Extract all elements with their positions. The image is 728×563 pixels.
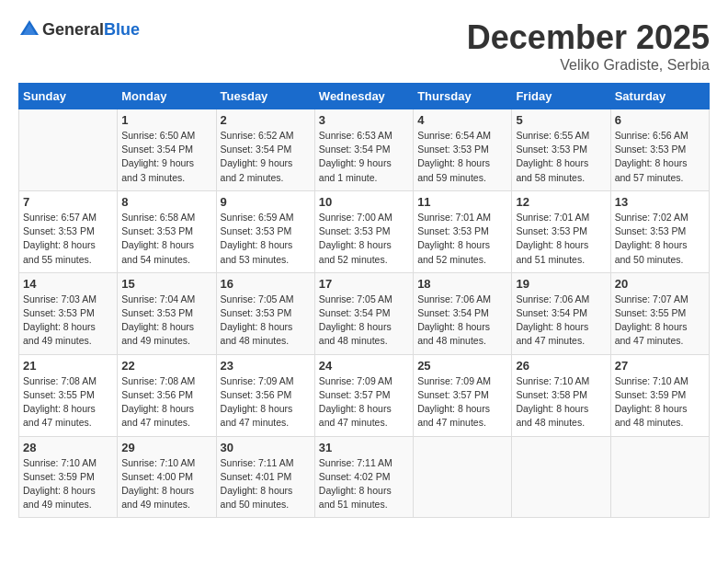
day-info: Sunrise: 7:11 AM Sunset: 4:02 PM Dayligh… [319,456,409,512]
day-info: Sunrise: 6:50 AM Sunset: 3:54 PM Dayligh… [121,129,211,185]
weekday-header: Wednesday [314,84,413,109]
calendar-table: SundayMondayTuesdayWednesdayThursdayFrid… [18,83,710,518]
logo: GeneralBlue [18,18,140,40]
day-info: Sunrise: 7:04 AM Sunset: 3:53 PM Dayligh… [121,293,211,349]
calendar-cell: 8Sunrise: 6:58 AM Sunset: 3:53 PM Daylig… [118,190,216,272]
logo-icon [18,18,40,40]
calendar-cell: 24Sunrise: 7:09 AM Sunset: 3:57 PM Dayli… [314,354,413,436]
day-info: Sunrise: 7:09 AM Sunset: 3:56 PM Dayligh… [221,374,311,431]
weekday-header: Tuesday [216,84,314,109]
day-number: 22 [121,359,211,373]
calendar-cell: 14Sunrise: 7:03 AM Sunset: 3:53 PM Dayli… [19,272,118,354]
calendar-cell: 20Sunrise: 7:07 AM Sunset: 3:55 PM Dayli… [610,272,709,354]
day-number: 28 [23,441,113,454]
day-number: 7 [23,195,113,209]
day-info: Sunrise: 7:05 AM Sunset: 3:53 PM Dayligh… [221,293,311,349]
day-number: 27 [615,359,705,373]
calendar-cell: 22Sunrise: 7:08 AM Sunset: 3:56 PM Dayli… [118,354,216,436]
day-info: Sunrise: 7:10 AM Sunset: 3:58 PM Dayligh… [516,374,606,431]
calendar-cell: 17Sunrise: 7:05 AM Sunset: 3:54 PM Dayli… [314,272,413,354]
calendar-cell: 29Sunrise: 7:10 AM Sunset: 4:00 PM Dayli… [118,436,216,518]
day-info: Sunrise: 7:06 AM Sunset: 3:54 PM Dayligh… [417,293,507,349]
calendar-week-row: 21Sunrise: 7:08 AM Sunset: 3:55 PM Dayli… [19,354,710,436]
day-info: Sunrise: 6:59 AM Sunset: 3:53 PM Dayligh… [221,211,311,267]
calendar-cell: 4Sunrise: 6:54 AM Sunset: 3:53 PM Daylig… [414,109,512,191]
day-number: 2 [221,113,311,127]
day-info: Sunrise: 7:06 AM Sunset: 3:54 PM Dayligh… [516,293,606,349]
day-info: Sunrise: 6:54 AM Sunset: 3:53 PM Dayligh… [417,129,507,185]
day-info: Sunrise: 7:09 AM Sunset: 3:57 PM Dayligh… [319,374,409,431]
weekday-header: Friday [512,84,610,109]
calendar-cell: 15Sunrise: 7:04 AM Sunset: 3:53 PM Dayli… [118,272,216,354]
day-number: 29 [121,441,211,454]
calendar-cell: 1Sunrise: 6:50 AM Sunset: 3:54 PM Daylig… [118,109,216,191]
calendar-week-row: 14Sunrise: 7:03 AM Sunset: 3:53 PM Dayli… [19,272,710,354]
calendar-cell: 13Sunrise: 7:02 AM Sunset: 3:53 PM Dayli… [610,190,709,272]
weekday-header: Sunday [19,84,118,109]
calendar-week-row: 1Sunrise: 6:50 AM Sunset: 3:54 PM Daylig… [19,109,710,191]
calendar-cell: 21Sunrise: 7:08 AM Sunset: 3:55 PM Dayli… [19,354,118,436]
page-header: GeneralBlue December 2025 Veliko Gradist… [18,18,710,74]
weekday-header: Thursday [414,84,512,109]
day-info: Sunrise: 6:56 AM Sunset: 3:53 PM Dayligh… [615,129,705,185]
day-info: Sunrise: 7:03 AM Sunset: 3:53 PM Dayligh… [23,293,113,349]
calendar-cell [414,436,512,518]
calendar-cell: 2Sunrise: 6:52 AM Sunset: 3:54 PM Daylig… [216,109,314,191]
day-number: 11 [417,195,507,209]
calendar-cell: 19Sunrise: 7:06 AM Sunset: 3:54 PM Dayli… [512,272,610,354]
day-info: Sunrise: 7:02 AM Sunset: 3:53 PM Dayligh… [615,211,705,267]
logo-text-general: General [42,20,104,39]
day-info: Sunrise: 7:10 AM Sunset: 3:59 PM Dayligh… [23,456,113,512]
calendar-cell [19,109,118,191]
day-number: 5 [516,113,606,127]
day-info: Sunrise: 7:05 AM Sunset: 3:54 PM Dayligh… [319,293,409,349]
calendar-cell: 30Sunrise: 7:11 AM Sunset: 4:01 PM Dayli… [216,436,314,518]
day-info: Sunrise: 6:53 AM Sunset: 3:54 PM Dayligh… [319,129,409,185]
day-number: 24 [319,359,409,373]
calendar-cell: 3Sunrise: 6:53 AM Sunset: 3:54 PM Daylig… [314,109,413,191]
calendar-cell: 7Sunrise: 6:57 AM Sunset: 3:53 PM Daylig… [19,190,118,272]
day-number: 18 [417,277,507,291]
calendar-cell: 9Sunrise: 6:59 AM Sunset: 3:53 PM Daylig… [216,190,314,272]
day-info: Sunrise: 7:08 AM Sunset: 3:56 PM Dayligh… [121,374,211,431]
day-number: 8 [121,195,211,209]
day-number: 9 [221,195,311,209]
day-info: Sunrise: 7:11 AM Sunset: 4:01 PM Dayligh… [221,456,311,512]
calendar-cell: 6Sunrise: 6:56 AM Sunset: 3:53 PM Daylig… [610,109,709,191]
day-number: 17 [319,277,409,291]
calendar-cell: 28Sunrise: 7:10 AM Sunset: 3:59 PM Dayli… [19,436,118,518]
day-number: 15 [121,277,211,291]
title-area: December 2025 Veliko Gradiste, Serbia [467,18,710,74]
calendar-cell: 10Sunrise: 7:00 AM Sunset: 3:53 PM Dayli… [314,190,413,272]
day-number: 6 [615,113,705,127]
calendar-cell: 12Sunrise: 7:01 AM Sunset: 3:53 PM Dayli… [512,190,610,272]
calendar-week-row: 7Sunrise: 6:57 AM Sunset: 3:53 PM Daylig… [19,190,710,272]
calendar-cell: 5Sunrise: 6:55 AM Sunset: 3:53 PM Daylig… [512,109,610,191]
day-info: Sunrise: 6:55 AM Sunset: 3:53 PM Dayligh… [516,129,606,185]
day-info: Sunrise: 7:10 AM Sunset: 3:59 PM Dayligh… [615,374,705,431]
day-info: Sunrise: 6:52 AM Sunset: 3:54 PM Dayligh… [221,129,311,185]
calendar-cell [512,436,610,518]
calendar-cell: 16Sunrise: 7:05 AM Sunset: 3:53 PM Dayli… [216,272,314,354]
calendar-cell: 25Sunrise: 7:09 AM Sunset: 3:57 PM Dayli… [414,354,512,436]
day-info: Sunrise: 7:10 AM Sunset: 4:00 PM Dayligh… [121,456,211,512]
day-number: 23 [221,359,311,373]
location-title: Veliko Gradiste, Serbia [467,57,710,74]
month-title: December 2025 [467,18,710,57]
calendar-cell: 26Sunrise: 7:10 AM Sunset: 3:58 PM Dayli… [512,354,610,436]
day-number: 25 [417,359,507,373]
day-number: 13 [615,195,705,209]
calendar-cell [610,436,709,518]
day-info: Sunrise: 6:57 AM Sunset: 3:53 PM Dayligh… [23,211,113,267]
day-number: 14 [23,277,113,291]
day-number: 12 [516,195,606,209]
calendar-cell: 27Sunrise: 7:10 AM Sunset: 3:59 PM Dayli… [610,354,709,436]
day-number: 3 [319,113,409,127]
logo-text-blue: Blue [104,20,140,39]
day-number: 16 [221,277,311,291]
day-number: 31 [319,441,409,454]
calendar-week-row: 28Sunrise: 7:10 AM Sunset: 3:59 PM Dayli… [19,436,710,518]
day-info: Sunrise: 7:08 AM Sunset: 3:55 PM Dayligh… [23,374,113,431]
day-info: Sunrise: 7:00 AM Sunset: 3:53 PM Dayligh… [319,211,409,267]
day-info: Sunrise: 7:09 AM Sunset: 3:57 PM Dayligh… [417,374,507,431]
